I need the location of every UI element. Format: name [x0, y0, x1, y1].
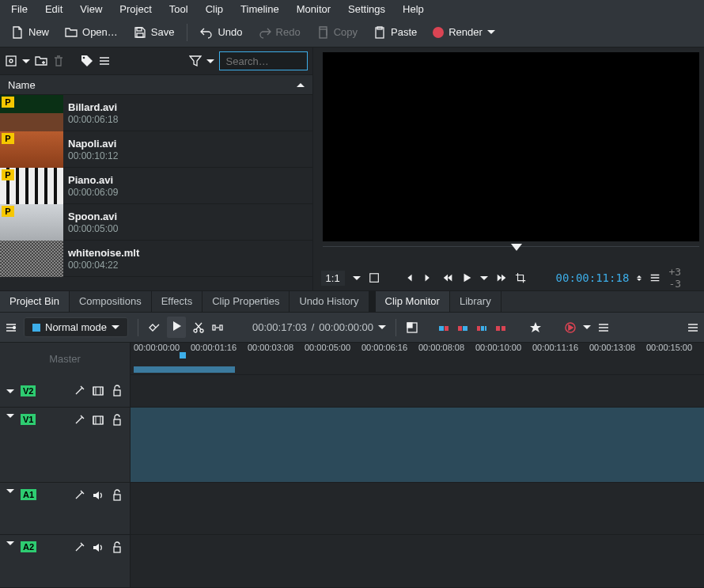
razor-tool-icon[interactable]: [192, 321, 205, 334]
menu-view[interactable]: View: [72, 2, 110, 17]
track-v2-header[interactable]: V2: [0, 375, 131, 407]
bin-column-header[interactable]: Name: [0, 74, 312, 95]
effects-icon[interactable]: [73, 489, 85, 502]
timeline-position-display[interactable]: 00:00:17:03 / 00:00:00:00: [252, 321, 386, 333]
tab-undo-history[interactable]: Undo History: [290, 291, 369, 312]
tab-compositions[interactable]: Compositions: [70, 291, 152, 312]
open-button[interactable]: Open…: [59, 23, 124, 42]
save-button[interactable]: Save: [127, 23, 181, 42]
lock-icon[interactable]: [111, 414, 123, 427]
track-v1-body[interactable]: [131, 408, 704, 481]
ruler-zone-bar[interactable]: [134, 366, 235, 373]
track-a1-header[interactable]: A1: [0, 483, 131, 535]
edit-mode-selector[interactable]: Normal mode: [24, 317, 128, 337]
menu-tool[interactable]: Tool: [161, 2, 196, 17]
hamburger-icon[interactable]: [98, 55, 111, 67]
overflow-icon[interactable]: [687, 321, 699, 334]
timeline-ruler[interactable]: 00:00:00:0000:00:01:1600:00:03:0800:00:0…: [131, 343, 704, 375]
menu-clip[interactable]: Clip: [198, 2, 231, 17]
go-end-icon[interactable]: [422, 271, 433, 284]
clip-row[interactable]: P Napoli.avi 00:00:10:12: [0, 131, 312, 168]
collapse-icon[interactable]: [6, 489, 14, 493]
add-folder-icon[interactable]: [35, 55, 47, 67]
preview-render-icon[interactable]: [564, 321, 577, 334]
master-track-label[interactable]: Master: [0, 343, 131, 375]
delete-zone-icon[interactable]: [494, 321, 507, 334]
clip-row[interactable]: P Billard.avi 00:00:06:18: [0, 95, 312, 131]
zone-in-icon[interactable]: [437, 321, 450, 334]
monitor-position-track[interactable]: [323, 246, 699, 265]
rewind-icon[interactable]: [442, 271, 453, 284]
chevron-down-icon[interactable]: [22, 59, 30, 63]
new-button[interactable]: New: [5, 23, 55, 42]
search-input[interactable]: [219, 51, 308, 70]
play-icon[interactable]: [461, 271, 472, 284]
fullscreen-icon[interactable]: [369, 271, 380, 284]
thumbnail-icon[interactable]: [406, 321, 418, 334]
delete-clip-icon[interactable]: [52, 55, 65, 67]
chevron-down-icon[interactable]: [583, 325, 591, 329]
tab-project-bin[interactable]: Project Bin: [0, 291, 70, 312]
compositing-icon[interactable]: [148, 321, 161, 334]
visible-icon[interactable]: [92, 414, 104, 427]
clip-row[interactable]: P Piano.avi 00:00:06:09: [0, 168, 312, 204]
mute-icon[interactable]: [92, 489, 104, 502]
favorite-icon[interactable]: [529, 321, 542, 334]
render-button[interactable]: Render: [426, 23, 502, 41]
tab-effects[interactable]: Effects: [152, 291, 203, 312]
forward-icon[interactable]: [496, 271, 507, 284]
monitor-viewport[interactable]: [323, 52, 699, 241]
menu-file[interactable]: File: [3, 2, 36, 17]
chevron-down-icon[interactable]: [480, 276, 488, 280]
lock-icon[interactable]: [111, 489, 123, 502]
clip-row[interactable]: whitenoise.mlt 00:00:04:22: [0, 241, 312, 277]
visible-icon[interactable]: [92, 385, 104, 397]
undo-button[interactable]: Undo: [194, 23, 248, 42]
mute-icon[interactable]: [92, 541, 104, 554]
collapse-icon[interactable]: [6, 389, 14, 393]
menu-settings[interactable]: Settings: [340, 2, 393, 17]
hamburger-icon[interactable]: [649, 271, 660, 284]
collapse-icon[interactable]: [6, 414, 14, 418]
paste-button[interactable]: Paste: [367, 23, 423, 42]
timecode-stepper-icon[interactable]: [637, 275, 642, 281]
chevron-down-icon[interactable]: [378, 325, 386, 329]
track-a2-body[interactable]: [131, 535, 704, 587]
add-clip-icon[interactable]: [5, 55, 17, 67]
monitor-timecode[interactable]: 00:00:11:18: [556, 271, 630, 284]
menu-timeline[interactable]: Timeline: [233, 2, 287, 17]
track-v1-header[interactable]: V1: [0, 408, 131, 481]
spacer-tool-icon[interactable]: [211, 321, 224, 334]
track-a2-header[interactable]: A2: [0, 535, 131, 587]
lock-icon[interactable]: [111, 541, 123, 554]
tab-clip-monitor[interactable]: Clip Monitor: [376, 291, 450, 312]
effects-icon[interactable]: [73, 385, 85, 397]
go-start-icon[interactable]: [403, 271, 414, 284]
selection-tool-button[interactable]: [167, 317, 186, 338]
tab-clip-properties[interactable]: Clip Properties: [202, 291, 290, 312]
monitor-playhead-icon[interactable]: [511, 244, 522, 251]
chevron-down-icon[interactable]: [206, 59, 214, 63]
overwrite-icon[interactable]: [475, 321, 488, 334]
menu-help[interactable]: Help: [395, 2, 432, 17]
effects-icon[interactable]: [73, 414, 85, 427]
collapse-icon[interactable]: [6, 541, 14, 545]
track-settings-icon[interactable]: [5, 321, 17, 334]
track-v2-body[interactable]: [131, 375, 704, 407]
filter-icon[interactable]: [189, 55, 202, 67]
zoom-ratio-button[interactable]: 1:1: [321, 271, 345, 286]
copy-button[interactable]: Copy: [310, 23, 364, 42]
menu-monitor[interactable]: Monitor: [289, 2, 339, 17]
crop-icon[interactable]: [515, 271, 526, 284]
menu-edit[interactable]: Edit: [37, 2, 70, 17]
zone-out-icon[interactable]: [456, 321, 469, 334]
clip-row[interactable]: P Spoon.avi 00:00:05:00: [0, 204, 312, 241]
config-icon[interactable]: [597, 321, 610, 334]
ruler-playhead-marker[interactable]: [180, 352, 186, 358]
tab-library[interactable]: Library: [450, 291, 502, 312]
tag-icon[interactable]: [81, 55, 93, 67]
menu-project[interactable]: Project: [112, 2, 159, 17]
chevron-down-icon[interactable]: [353, 276, 361, 280]
redo-button[interactable]: Redo: [252, 23, 307, 42]
effects-icon[interactable]: [73, 541, 85, 554]
